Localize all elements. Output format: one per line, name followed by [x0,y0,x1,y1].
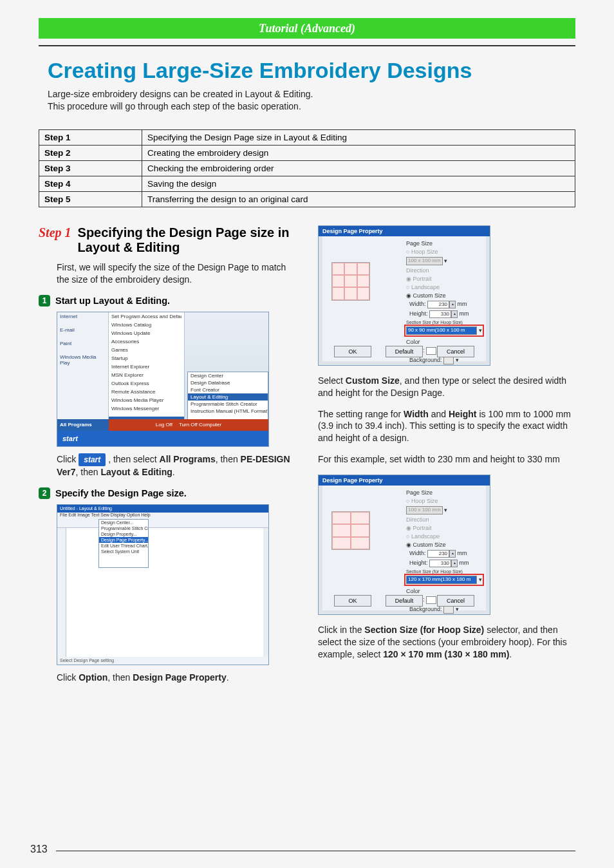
menu-item[interactable]: Remote Assistance [111,389,181,395]
le-canvas[interactable] [66,528,263,657]
menu-item[interactable]: Windows Catalog [111,322,181,328]
dpp-preview [331,262,370,301]
option-label: Option [79,672,107,683]
start-left-item: Windows Media Play [60,354,106,366]
bullet-1-text: Start up Layout & Editing. [55,296,170,306]
submenu-item[interactable]: Design Database [188,379,268,386]
menu-item[interactable]: Games [111,347,181,353]
all-programs[interactable]: All Programs [57,419,109,431]
direction-label: Direction [406,267,482,274]
hoop-size-select[interactable]: 100 x 100 mm [406,506,443,514]
spinner-icon[interactable]: ▴ [449,550,456,558]
spinner-icon[interactable]: ▴ [451,310,458,318]
bg-color-swatch[interactable] [443,357,454,364]
submenu-item[interactable]: Instruction Manual (HTML Format) [188,408,268,415]
height-bold: Height [449,409,477,419]
click-start-instruction: Click start , then select All Programs, … [39,453,296,478]
height-input[interactable]: 330 [429,560,451,567]
portrait-radio[interactable]: Portrait [413,276,432,282]
steps-table: Step 1Specifying the Design Page size in… [39,129,575,207]
turnoff-button[interactable]: Turn Off Computer [179,422,221,428]
menu-item[interactable]: Select System Unit [99,549,148,554]
left-column: Step 1 Specifying the Design Page size i… [39,225,296,693]
menu-item[interactable]: Design Center... [99,520,148,525]
menu-item[interactable]: Outlook Express [111,381,181,386]
menu-item[interactable]: Set Program Access and Defaults [111,314,181,319]
submenu-item[interactable]: Design Center [188,372,268,379]
txt: Click [57,454,79,464]
divider [39,45,575,46]
step-label: Step 1 [39,129,142,145]
step-label: Step 4 [39,176,142,191]
step-title: Specifying the Design Page size in Layou… [78,225,296,255]
menu-item[interactable]: Windows Media Player [111,397,181,403]
step-label: Step 3 [39,160,142,176]
width-input[interactable]: 230 [427,301,449,308]
submenu-item[interactable]: Font Creator [188,386,268,393]
step-heading: Step 1 Specifying the Design Page size i… [39,225,296,255]
txt: , then [107,672,133,683]
default-button[interactable]: Default [386,346,423,357]
le-side-toolbar[interactable] [57,528,66,657]
hoop-size-radio[interactable]: Hoop Size [411,498,438,504]
submenu-item-layout-editing[interactable]: Layout & Editing [188,393,268,401]
custom-size-instruction: Select Custom Size, and then type or sel… [318,375,575,399]
section-size-select[interactable]: 120 x 170 mm(130 x 180 m [406,576,477,584]
spinner-icon[interactable]: ▴ [449,301,456,308]
menu-item[interactable]: Programmable Stitch Creator... [99,525,148,531]
width-label: Width: [409,551,426,557]
txt: and [429,409,449,419]
menu-item[interactable]: Internet Explorer [111,364,181,370]
menu-item[interactable]: Windows Messenger [111,406,181,411]
portrait-radio[interactable]: Portrait [413,525,432,531]
ok-button[interactable]: OK [334,346,371,357]
page-number: 313 [30,844,48,855]
menu-item[interactable]: Accessories [111,339,181,344]
intro-line: Large-size embroidery designs can be cre… [48,88,575,100]
tutorial-header-text: Tutorial (Advanced) [259,22,355,35]
unit: mm [460,560,469,567]
page-footer-line [56,851,575,851]
cancel-button[interactable]: Cancel [437,346,474,357]
width-input[interactable]: 230 [427,550,449,558]
table-row: Step 5Transferring the design to an orig… [39,191,575,207]
height-input[interactable]: 330 [429,310,451,318]
menu-item[interactable]: Edit User Thread Chart... [99,543,148,549]
pedesign-submenu: Design Center Design Database Font Creat… [187,372,268,424]
hoop-size-select[interactable]: 100 x 100 mm [406,257,443,265]
section-value-bold: 120 × 170 mm (130 × 180 mm) [383,649,509,659]
spinner-icon[interactable]: ▴ [451,560,458,567]
default-button[interactable]: Default [386,595,423,607]
click-option-instruction: Click Option, then Design Page Property. [39,672,296,684]
custom-size-radio[interactable]: Custom Size [413,542,446,548]
step-number: Step 1 [39,225,71,240]
tutorial-header: Tutorial (Advanced) [39,18,575,39]
start-button[interactable]: start [62,435,78,442]
hoop-size-radio[interactable]: Hoop Size [411,249,438,255]
bg-color-swatch[interactable] [443,606,454,614]
landscape-radio[interactable]: Landscape [411,284,440,290]
logoff-button[interactable]: Log Off [156,422,172,428]
le-menubar[interactable]: File Edit Image Text Sew Display Option … [57,513,268,519]
step-desc: Transferring the design to an original c… [142,191,575,207]
cancel-button[interactable]: Cancel [437,595,474,607]
menu-item[interactable]: Windows Update [111,330,181,336]
dpp-buttons: OK Default Cancel [322,346,486,357]
ok-button[interactable]: OK [334,595,371,607]
menu-item[interactable]: MSN Explorer [111,372,181,378]
unit: mm [458,301,467,307]
submenu-item[interactable]: Programmable Stitch Creator [188,401,268,408]
section-size-instruction: Click in the Section Size (for Hoop Size… [318,624,575,661]
menu-item-design-page-property[interactable]: Design Page Property... [99,537,148,543]
menu-item[interactable]: Startup [111,355,181,361]
landscape-radio[interactable]: Landscape [411,533,440,540]
step-label: Step 2 [39,145,142,160]
section-size-select[interactable]: 90 x 90 mm(100 x 100 m [406,326,477,335]
le-toolbar[interactable] [57,519,268,528]
menu-item[interactable]: Design Property... [99,531,148,537]
custom-size-radio[interactable]: Custom Size [413,292,446,299]
dpp-title: Design Page Property [319,226,490,236]
table-row: Step 2Creating the embroidery design [39,145,575,160]
start-menu-screenshot: Internet E-mail Paint Windows Media Play… [57,312,269,447]
height-label: Height: [409,310,428,317]
